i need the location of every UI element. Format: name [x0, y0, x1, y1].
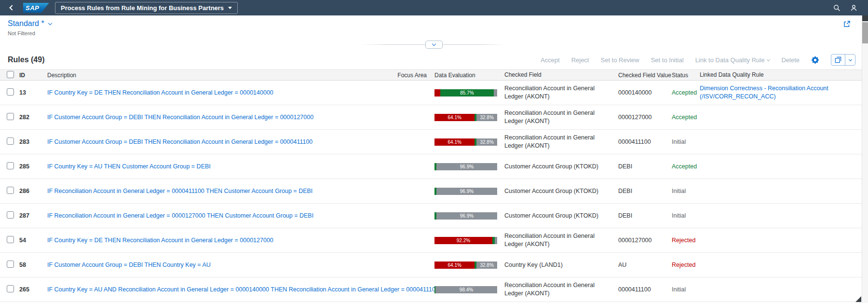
checked-field-value: 0000127000 [616, 237, 672, 244]
collapse-header-button[interactable] [425, 41, 443, 49]
status-badge: Rejected [672, 262, 700, 268]
bar-segment-neutral [495, 237, 497, 244]
checked-field: Customer Account Group (KTOKD) [501, 163, 616, 171]
rule-id: 58 [19, 262, 47, 268]
rule-description-link[interactable]: IF Customer Account Group = DEBI THEN Re… [47, 114, 313, 121]
rule-description-link[interactable]: IF Reconciliation Account in General Led… [47, 188, 312, 194]
bar-segment-negative: 64.1% [434, 138, 475, 146]
status-badge: Initial [672, 286, 700, 293]
data-evaluation-bar: 64.1%32.8% [434, 138, 497, 146]
row-checkbox[interactable] [7, 187, 14, 194]
table-actions: AcceptRejectSet to ReviewSet to InitialL… [541, 54, 855, 66]
row-checkbox[interactable] [7, 113, 14, 120]
table-row: 283 IF Customer Account Group = DEBI THE… [0, 130, 862, 154]
bar-segment-neutral [494, 89, 497, 96]
rule-description-link[interactable]: IF Customer Account Group = DEBI THEN Co… [47, 262, 211, 268]
row-checkbox[interactable] [7, 211, 14, 219]
status-badge: Initial [672, 138, 700, 145]
column-header-checked-field[interactable]: Checked Field [501, 71, 616, 79]
variant-selector[interactable]: Standard * [8, 19, 860, 28]
linked-dq-rule-link[interactable]: Dimension Correctness - Reconsiliation A… [700, 85, 828, 100]
row-checkbox[interactable] [7, 285, 14, 292]
action-set-to-initial[interactable]: Set to Initial [651, 56, 684, 64]
rule-description-link[interactable]: IF Country Key = DE THEN Reconciliation … [47, 89, 273, 96]
status-badge: Accepted [672, 163, 700, 170]
data-evaluation-bar: 96.9% [434, 163, 497, 170]
table-toolbar: Rules (49) AcceptRejectSet to ReviewSet … [0, 49, 868, 69]
table-row: 13 IF Country Key = DE THEN Reconciliati… [0, 81, 862, 105]
data-evaluation-bar: 96.9% [434, 188, 497, 195]
share-icon[interactable] [843, 20, 851, 30]
rule-description-link[interactable]: IF Customer Account Group = DEBI THEN Re… [47, 138, 312, 145]
rule-description-link[interactable]: IF Country Key = AU AND Reconciliation A… [47, 286, 439, 293]
table-row: 285 IF Country Key = AU THEN Customer Ac… [0, 154, 862, 179]
rule-description-link[interactable]: IF Reconciliation Account in General Led… [47, 212, 313, 219]
row-checkbox[interactable] [7, 236, 14, 243]
vertical-scrollbar[interactable] [862, 15, 868, 303]
bar-segment-positive: 85.7% [440, 89, 494, 96]
row-checkbox[interactable] [7, 138, 14, 145]
action-set-to-review[interactable]: Set to Review [600, 56, 639, 64]
data-evaluation-bar: 98.4% [434, 286, 497, 293]
table-title: Rules (49) [8, 55, 44, 64]
checked-field: Country Key (LAND1) [501, 261, 616, 269]
column-header-description[interactable]: Description [47, 72, 392, 79]
scrollbar-thumb[interactable] [862, 22, 868, 43]
checked-field: Customer Account Group (KTOKD) [501, 212, 616, 220]
scrollbar-arrow-up[interactable] [862, 15, 868, 21]
column-header-id[interactable]: ID [19, 72, 47, 79]
chevron-down-icon [48, 21, 52, 25]
bar-segment-negative: 64.1% [434, 114, 475, 121]
rule-id: 282 [19, 114, 47, 121]
variant-name: Standard * [8, 19, 44, 28]
column-header-checked-field-value[interactable]: Checked Field Value [616, 72, 672, 79]
rule-id: 265 [19, 286, 47, 293]
action-reject[interactable]: Reject [571, 56, 589, 64]
header-collapse-area [0, 41, 868, 49]
checked-field-value: 0000411100 [616, 286, 672, 293]
row-checkbox[interactable] [7, 162, 14, 169]
page-header: Standard * Not Filtered [0, 15, 868, 41]
chevron-down-icon [767, 57, 770, 61]
rule-id: 287 [19, 212, 47, 219]
action-delete[interactable]: Delete [781, 56, 800, 64]
rules-table: ID Description Focus Area Data Evaluatio… [0, 69, 862, 302]
select-all-checkbox[interactable] [7, 71, 14, 78]
copy-table-icon[interactable] [831, 55, 845, 65]
row-checkbox[interactable] [7, 261, 14, 268]
user-avatar-icon[interactable] [850, 4, 857, 12]
checked-field-value: DEBI [616, 212, 672, 219]
data-evaluation-bar: 64.1%32.8% [434, 114, 497, 121]
chevron-down-icon[interactable] [845, 55, 855, 65]
status-badge: Initial [672, 212, 700, 219]
action-accept[interactable]: Accept [541, 56, 560, 64]
table-row: 58 IF Customer Account Group = DEBI THEN… [0, 253, 862, 277]
bar-segment-neutral: 96.9% [436, 163, 497, 170]
action-link-to-data-quality-rule[interactable]: Link to Data Quality Rule [695, 56, 770, 64]
column-header-focus-area[interactable]: Focus Area [392, 72, 431, 79]
checked-field: Customer Account Group (KTOKD) [501, 187, 616, 195]
back-button[interactable] [7, 2, 17, 13]
column-header-status[interactable]: Status [672, 72, 700, 79]
status-badge: Accepted [672, 89, 700, 96]
table-row: 265 IF Country Key = AU AND Reconciliati… [0, 277, 862, 302]
settings-gear-icon[interactable] [811, 56, 819, 64]
checked-field: Reconciliation Account in General Ledger… [501, 134, 616, 150]
column-header-linked-dq-rule[interactable]: Linked Data Quality Rule [700, 71, 862, 79]
table-row: 54 IF Country Key = DE THEN Reconciliati… [0, 228, 862, 253]
rule-id: 54 [19, 237, 47, 244]
sap-logo: SAP [23, 3, 49, 13]
status-badge: Accepted [672, 114, 700, 121]
checked-field: Reconciliation Account in General Ledger… [501, 232, 616, 248]
export-split-button[interactable] [831, 54, 855, 66]
rule-id: 286 [19, 188, 47, 194]
search-icon[interactable] [833, 4, 841, 12]
bar-segment-neutral: 96.9% [436, 188, 497, 195]
data-evaluation-bar: 85.7% [434, 89, 497, 96]
rule-description-link[interactable]: IF Country Key = AU THEN Customer Accoun… [47, 163, 211, 170]
app-title-menu[interactable]: Process Rules from Rule Mining for Busin… [55, 2, 238, 14]
row-checkbox[interactable] [7, 88, 14, 96]
checked-field: Reconciliation Account in General Ledger… [501, 109, 616, 125]
column-header-data-evaluation[interactable]: Data Evaluation [431, 72, 501, 79]
rule-description-link[interactable]: IF Country Key = DE THEN Reconciliation … [47, 237, 273, 244]
